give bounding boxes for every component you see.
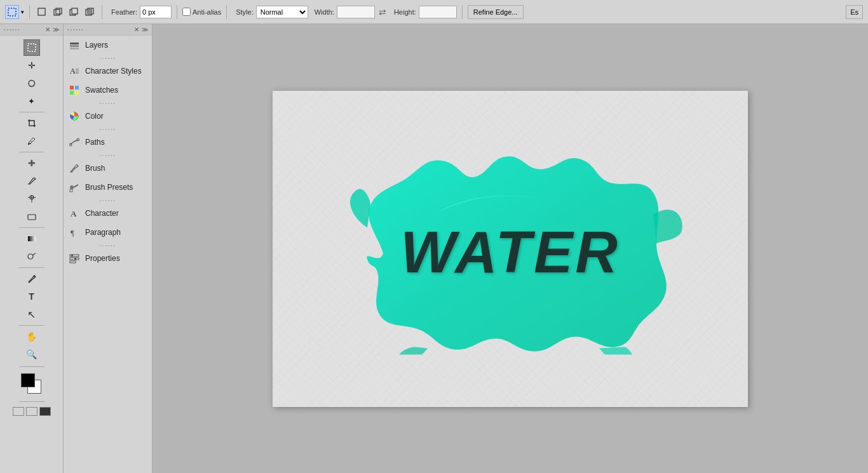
svg-rect-8 [88,10,92,14]
paths-icon [69,137,80,148]
panels-column: •••••• ✕ ≫ Layers •••••• [64,24,153,473]
zoom-tool[interactable]: 🔍 [24,346,40,363]
color-label: Color [85,112,104,121]
panels-expand-btn[interactable]: ≫ [142,26,148,33]
antialias-checkbox[interactable] [182,8,191,16]
svg-rect-27 [70,91,74,95]
panel-item-properties[interactable]: Properties [64,249,152,268]
svg-rect-38 [70,261,76,263]
tool-divider-6 [19,366,44,367]
brush-tool[interactable] [24,173,40,189]
swap-icon[interactable]: ⇄ [379,7,386,17]
dodge-tool[interactable] [24,248,40,265]
panel-item-character-styles[interactable]: A Character Styles [64,62,152,81]
svg-text:¶: ¶ [71,228,74,237]
tool-divider-2 [19,152,44,152]
canvas: WATER [273,91,748,407]
antialias-label[interactable]: Anti-alias [182,8,221,16]
svg-rect-0 [8,8,16,16]
style-select[interactable]: Normal Fixed Ratio Fixed Size [256,6,308,18]
tool-divider-4 [19,267,44,268]
panel-item-brush[interactable]: Brush [64,159,152,178]
panel-item-layers[interactable]: Layers [64,36,152,55]
toolbox-close-btn[interactable]: ✕ [45,26,50,33]
clone-stamp-tool[interactable] [24,190,40,207]
swatches-label: Swatches [85,86,118,95]
marquee-tool[interactable] [24,39,40,56]
marquee-tool-btn[interactable] [5,5,19,19]
toolbox-title-bar: •••••• ✕ ≫ [0,24,63,36]
panel-item-paragraph[interactable]: ¶ Paragraph [64,223,152,242]
svg-rect-19 [70,45,79,47]
add-selection-btn[interactable] [51,5,65,19]
svg-line-16 [32,253,36,255]
new-selection-btn[interactable] [35,5,49,19]
main-area: •••••• ✕ ≫ ✛ ✦ [0,24,868,473]
sep-after-color: •••••• [64,126,152,133]
svg-text:A: A [71,209,77,218]
magic-wand-tool[interactable]: ✦ [24,93,40,109]
move-tool[interactable]: ✛ [24,57,40,74]
canvas-area: WATER [153,24,868,473]
toolbox-expand-btn[interactable]: ≫ [53,26,59,33]
panels-close-btn[interactable]: ✕ [134,26,139,33]
svg-rect-1 [38,8,45,15]
svg-rect-40 [74,258,76,260]
paragraph-icon: ¶ [69,227,80,238]
path-select-tool[interactable]: ↖ [24,306,40,323]
panel-item-paths[interactable]: Paths [64,133,152,152]
panel-item-swatches[interactable]: Swatches [64,81,152,100]
pen-tool[interactable] [24,270,40,287]
es-btn[interactable]: Es [846,5,863,19]
sep-after-layers: •••••• [64,55,152,62]
water-text: WATER [400,218,620,285]
tool-divider-3 [19,227,44,228]
refine-edge-btn[interactable]: Refine Edge... [468,5,524,19]
crop-tool[interactable] [24,115,40,131]
width-input[interactable] [337,6,375,18]
svg-rect-18 [70,43,79,44]
swatches-icon [69,84,80,96]
layers-icon [69,39,80,51]
svg-rect-5 [72,8,78,14]
svg-rect-9 [28,44,36,51]
hand-tool[interactable]: ✋ [24,328,40,345]
svg-rect-3 [56,8,62,14]
svg-rect-26 [75,86,79,90]
sep5 [462,5,463,19]
gradient-tool[interactable] [24,230,40,247]
color-icon [69,110,80,122]
svg-rect-24 [76,72,79,74]
selection-tool-group: ▾ [5,5,24,19]
paths-label: Paths [85,138,105,147]
brush-icon [69,163,80,174]
panel-item-brush-presets[interactable]: Brush Presets [64,178,152,197]
subtract-selection-btn[interactable] [67,5,81,19]
svg-rect-25 [70,86,74,90]
screen-mode-normal[interactable] [13,407,24,416]
properties-label: Properties [85,254,120,263]
healing-tool[interactable]: ✚ [24,155,40,171]
fg-color-swatch[interactable] [21,373,35,387]
layers-label: Layers [85,41,108,50]
panel-item-character[interactable]: A Character [64,204,152,223]
panel-item-color[interactable]: Color [64,107,152,126]
eyedropper-tool[interactable]: 🖊 [24,133,40,149]
svg-rect-20 [70,48,79,50]
screen-mode-full[interactable] [26,407,37,416]
svg-rect-22 [76,69,79,70]
height-input[interactable] [419,6,457,18]
svg-point-15 [28,254,33,259]
screen-mode-fullblack[interactable] [39,407,51,416]
tool-divider-5 [19,325,44,326]
eraser-tool[interactable] [24,208,40,225]
svg-text:A: A [70,67,76,76]
type-tool[interactable]: T [24,288,40,305]
feather-input[interactable] [140,6,172,18]
sep2 [102,5,102,19]
color-swatch-area[interactable] [18,372,45,396]
lasso-tool[interactable] [24,75,40,91]
intersect-selection-btn[interactable] [83,5,97,19]
sep4 [226,5,227,19]
sep1 [29,5,30,19]
